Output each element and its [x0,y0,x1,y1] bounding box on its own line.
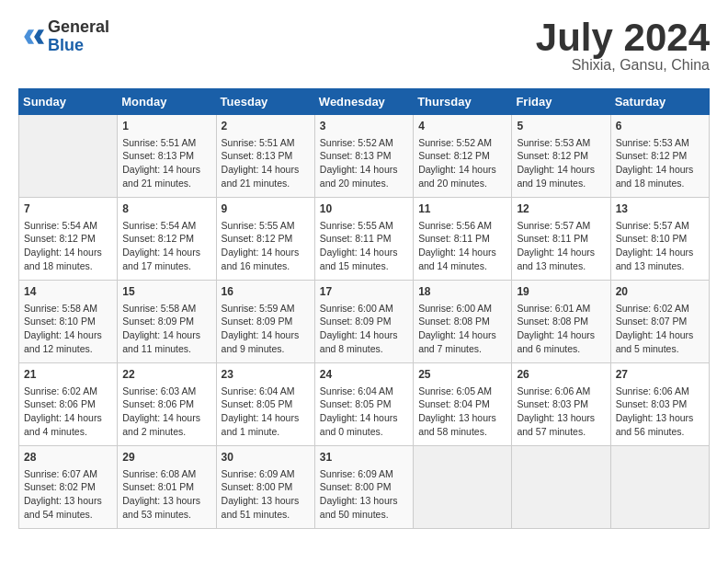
calendar-week-5: 28Sunrise: 6:07 AM Sunset: 8:02 PM Dayli… [19,446,710,529]
day-number: 31 [320,450,408,465]
calendar-cell: 14Sunrise: 5:58 AM Sunset: 8:10 PM Dayli… [19,281,118,363]
day-number: 26 [517,367,605,383]
day-number: 24 [320,367,408,383]
weekday-header-wednesday: Wednesday [314,89,413,115]
day-number: 16 [222,284,310,300]
day-info: Sunrise: 5:52 AM Sunset: 8:12 PM Dayligh… [418,136,506,190]
day-number: 10 [320,201,408,217]
calendar-cell: 30Sunrise: 6:09 AM Sunset: 8:00 PM Dayli… [216,446,314,529]
day-number: 19 [517,284,605,300]
logo-blue-text: Blue [48,37,109,55]
calendar-table: SundayMondayTuesdayWednesdayThursdayFrid… [18,88,710,529]
calendar-cell [414,446,512,529]
day-info: Sunrise: 5:56 AM Sunset: 8:11 PM Dayligh… [418,219,506,273]
day-info: Sunrise: 5:57 AM Sunset: 8:11 PM Dayligh… [517,219,605,273]
logo-text: General Blue [48,18,109,55]
calendar-cell: 3Sunrise: 5:52 AM Sunset: 8:13 PM Daylig… [314,115,413,198]
day-number: 4 [418,119,506,134]
calendar-cell: 16Sunrise: 5:59 AM Sunset: 8:09 PM Dayli… [216,281,314,363]
day-info: Sunrise: 5:54 AM Sunset: 8:12 PM Dayligh… [122,219,210,273]
day-number: 23 [222,367,310,383]
calendar-cell: 27Sunrise: 6:06 AM Sunset: 8:03 PM Dayli… [610,363,709,446]
day-info: Sunrise: 6:06 AM Sunset: 8:03 PM Dayligh… [517,385,605,439]
logo-icon [18,24,44,50]
calendar-week-3: 14Sunrise: 5:58 AM Sunset: 8:10 PM Dayli… [19,281,710,363]
day-number: 6 [616,119,704,134]
calendar-cell: 15Sunrise: 5:58 AM Sunset: 8:09 PM Dayli… [118,281,216,363]
calendar-cell: 17Sunrise: 6:00 AM Sunset: 8:09 PM Dayli… [314,281,413,363]
day-number: 15 [122,284,210,300]
calendar-cell: 13Sunrise: 5:57 AM Sunset: 8:10 PM Dayli… [610,198,709,281]
calendar-cell: 11Sunrise: 5:56 AM Sunset: 8:11 PM Dayli… [414,198,512,281]
day-number: 3 [320,119,408,134]
svg-marker-1 [24,29,34,44]
day-number: 1 [122,119,210,134]
calendar-cell: 24Sunrise: 6:04 AM Sunset: 8:05 PM Dayli… [314,363,413,446]
calendar-week-4: 21Sunrise: 6:02 AM Sunset: 8:06 PM Dayli… [19,363,710,446]
day-number: 11 [418,201,506,217]
calendar-cell: 20Sunrise: 6:02 AM Sunset: 8:07 PM Dayli… [610,281,709,363]
day-number: 13 [616,201,704,217]
calendar-header: SundayMondayTuesdayWednesdayThursdayFrid… [19,89,710,115]
day-info: Sunrise: 6:03 AM Sunset: 8:06 PM Dayligh… [122,385,210,439]
calendar-week-2: 7Sunrise: 5:54 AM Sunset: 8:12 PM Daylig… [19,198,710,281]
calendar-cell: 19Sunrise: 6:01 AM Sunset: 8:08 PM Dayli… [512,281,610,363]
calendar-cell: 12Sunrise: 5:57 AM Sunset: 8:11 PM Dayli… [512,198,610,281]
day-number: 30 [222,450,310,465]
day-info: Sunrise: 5:58 AM Sunset: 8:09 PM Dayligh… [122,302,210,356]
day-info: Sunrise: 5:54 AM Sunset: 8:12 PM Dayligh… [24,219,112,273]
day-number: 28 [24,450,112,465]
weekday-header-saturday: Saturday [610,89,709,115]
day-number: 29 [122,450,210,465]
calendar-cell: 21Sunrise: 6:02 AM Sunset: 8:06 PM Dayli… [19,363,118,446]
calendar-cell: 26Sunrise: 6:06 AM Sunset: 8:03 PM Dayli… [512,363,610,446]
day-info: Sunrise: 6:02 AM Sunset: 8:06 PM Dayligh… [24,385,112,439]
calendar-cell [610,446,709,529]
day-info: Sunrise: 6:07 AM Sunset: 8:02 PM Dayligh… [24,467,112,522]
calendar-body: 1Sunrise: 5:51 AM Sunset: 8:13 PM Daylig… [19,115,710,529]
calendar-cell: 10Sunrise: 5:55 AM Sunset: 8:11 PM Dayli… [314,198,413,281]
day-number: 2 [222,119,310,134]
day-number: 14 [24,284,112,300]
day-info: Sunrise: 6:04 AM Sunset: 8:05 PM Dayligh… [222,385,310,439]
day-info: Sunrise: 5:51 AM Sunset: 8:13 PM Dayligh… [122,136,210,190]
calendar-cell [512,446,610,529]
calendar-cell: 7Sunrise: 5:54 AM Sunset: 8:12 PM Daylig… [19,198,118,281]
day-info: Sunrise: 5:53 AM Sunset: 8:12 PM Dayligh… [517,136,605,190]
day-number: 5 [517,119,605,134]
day-number: 7 [24,201,112,217]
day-info: Sunrise: 5:55 AM Sunset: 8:12 PM Dayligh… [222,219,310,273]
day-info: Sunrise: 5:53 AM Sunset: 8:12 PM Dayligh… [616,136,704,190]
calendar-cell: 5Sunrise: 5:53 AM Sunset: 8:12 PM Daylig… [512,115,610,198]
day-info: Sunrise: 5:51 AM Sunset: 8:13 PM Dayligh… [222,136,310,190]
weekday-header-thursday: Thursday [414,89,512,115]
day-number: 21 [24,367,112,383]
day-number: 18 [418,284,506,300]
day-info: Sunrise: 6:09 AM Sunset: 8:00 PM Dayligh… [320,467,408,522]
calendar-cell: 29Sunrise: 6:08 AM Sunset: 8:01 PM Dayli… [118,446,216,529]
calendar-cell: 1Sunrise: 5:51 AM Sunset: 8:13 PM Daylig… [118,115,216,198]
calendar-cell: 8Sunrise: 5:54 AM Sunset: 8:12 PM Daylig… [118,198,216,281]
calendar-cell: 25Sunrise: 6:05 AM Sunset: 8:04 PM Dayli… [414,363,512,446]
logo-general-text: General [48,18,109,37]
calendar-cell: 31Sunrise: 6:09 AM Sunset: 8:00 PM Dayli… [314,446,413,529]
weekday-header-tuesday: Tuesday [216,89,314,115]
day-info: Sunrise: 5:52 AM Sunset: 8:13 PM Dayligh… [320,136,408,190]
svg-marker-0 [34,29,44,44]
day-info: Sunrise: 5:55 AM Sunset: 8:11 PM Dayligh… [320,219,408,273]
day-number: 27 [616,367,704,383]
header: General Blue July 2024 Shixia, Gansu, Ch… [18,18,710,74]
calendar-cell: 4Sunrise: 5:52 AM Sunset: 8:12 PM Daylig… [414,115,512,198]
calendar-week-1: 1Sunrise: 5:51 AM Sunset: 8:13 PM Daylig… [19,115,710,198]
day-number: 25 [418,367,506,383]
calendar-cell: 6Sunrise: 5:53 AM Sunset: 8:12 PM Daylig… [610,115,709,198]
calendar-cell: 28Sunrise: 6:07 AM Sunset: 8:02 PM Dayli… [19,446,118,529]
month-title: July 2024 [536,18,710,57]
day-number: 8 [122,201,210,217]
day-number: 9 [222,201,310,217]
weekday-header-friday: Friday [512,89,610,115]
day-number: 12 [517,201,605,217]
day-info: Sunrise: 6:05 AM Sunset: 8:04 PM Dayligh… [418,385,506,439]
day-info: Sunrise: 5:58 AM Sunset: 8:10 PM Dayligh… [24,302,112,356]
calendar-cell: 23Sunrise: 6:04 AM Sunset: 8:05 PM Dayli… [216,363,314,446]
